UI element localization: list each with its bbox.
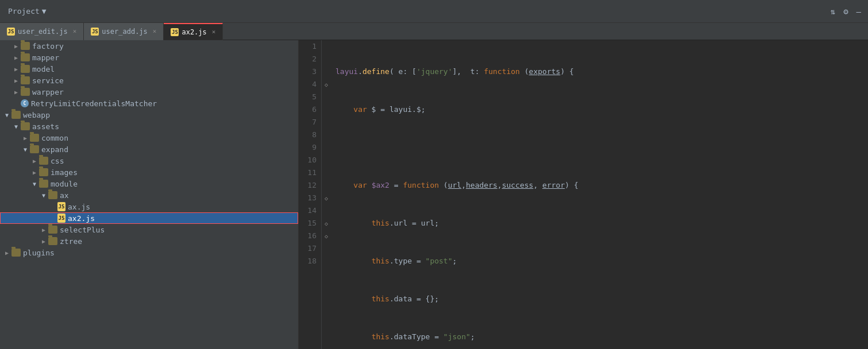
- sidebar-item-expand[interactable]: ▼ expand: [0, 144, 298, 155]
- tab-icon-user-edit: JS: [7, 28, 15, 36]
- gutter-3: [322, 65, 331, 78]
- sidebar-item-module[interactable]: ▼ module: [0, 178, 298, 189]
- tab-user-edit[interactable]: JS user_edit.js ×: [0, 23, 84, 40]
- folder-icon-expand: [30, 145, 39, 153]
- label-mapper: mapper: [32, 53, 59, 62]
- label-images: images: [51, 168, 78, 177]
- sidebar-item-common[interactable]: ▶ common: [0, 132, 298, 144]
- sidebar-item-ax-js[interactable]: JS ax.js: [0, 201, 298, 212]
- code-line-2: var $ = layui.$;: [335, 103, 868, 116]
- label-assets: assets: [32, 122, 59, 131]
- arrow-service: ▶: [11, 76, 21, 85]
- top-bar: Project ▼ ⇅ ⚙ –: [0, 0, 868, 23]
- sidebar-item-service[interactable]: ▶ service: [0, 75, 298, 86]
- sidebar-item-warpper[interactable]: ▶ warpper: [0, 86, 298, 98]
- code-line-7: this.data = {};: [335, 293, 868, 305]
- arrow-ax: ▼: [39, 191, 48, 200]
- code-line-5: this.url = url;: [335, 217, 868, 230]
- label-ax2-js: ax2.js: [68, 214, 95, 223]
- code-lines[interactable]: layui.define( e: ['jquery'], t: function…: [331, 40, 868, 349]
- label-retry: RetryLimitCredentialsMatcher: [31, 99, 157, 108]
- gutter-5: [322, 91, 331, 103]
- sidebar-item-images[interactable]: ▶ images: [0, 166, 298, 178]
- project-label[interactable]: Project ▼: [5, 5, 50, 18]
- arrow-css: ▶: [30, 156, 39, 165]
- sidebar-item-ztree[interactable]: ▶ ztree: [0, 235, 298, 247]
- arrow-ax2-js: [48, 214, 57, 223]
- sidebar-item-model[interactable]: ▶ model: [0, 63, 298, 75]
- equalize-icon[interactable]: ⇅: [828, 6, 838, 17]
- gutter-14: [322, 204, 331, 217]
- label-factory: factory: [32, 42, 64, 51]
- gutter-11: [322, 166, 331, 179]
- gutter-15: ◇: [322, 217, 331, 230]
- label-selectplus: selectPlus: [60, 226, 105, 234]
- code-line-6: this.type = "post";: [335, 255, 868, 267]
- gutter-1: [322, 40, 331, 53]
- gutter-13: ◇: [322, 192, 331, 204]
- gutter-16: ◇: [322, 230, 331, 242]
- label-service: service: [32, 76, 64, 85]
- arrow-common: ▶: [21, 133, 30, 142]
- code-line-8: this.dataType = "json";: [335, 331, 868, 343]
- sidebar-item-factory[interactable]: ▶ factory: [0, 40, 298, 52]
- sidebar-item-mapper[interactable]: ▶ mapper: [0, 52, 298, 63]
- sidebar: ▶ factory ▶ mapper ▶ model ▶ service ▶ w…: [0, 40, 299, 349]
- label-expand: expand: [41, 145, 68, 154]
- tab-close-user-add[interactable]: ×: [153, 28, 157, 35]
- arrow-assets: ▼: [11, 122, 21, 131]
- gear-icon[interactable]: ⚙: [841, 6, 850, 17]
- label-model: model: [32, 65, 55, 73]
- tab-label-user-edit: user_edit.js: [18, 28, 68, 36]
- sidebar-item-webapp[interactable]: ▼ webapp: [0, 109, 298, 121]
- label-warpper: warpper: [32, 88, 64, 96]
- arrow-ax-js: [48, 202, 57, 211]
- sidebar-item-ax2-js[interactable]: JS ax2.js: [0, 212, 298, 224]
- gutter-6: [322, 103, 331, 116]
- line-numbers: 12345 678910 1112131415 161718: [299, 40, 322, 349]
- folder-icon-factory: [21, 42, 30, 50]
- label-plugins: plugins: [23, 249, 55, 257]
- folder-icon-ztree: [48, 237, 57, 245]
- file-icon-retry: C: [21, 99, 29, 107]
- editor[interactable]: 12345 678910 1112131415 161718 ◇ ◇: [299, 40, 868, 349]
- folder-icon-module: [39, 180, 48, 188]
- sidebar-item-assets[interactable]: ▼ assets: [0, 121, 298, 132]
- sidebar-item-plugins[interactable]: ▶ plugins: [0, 247, 298, 258]
- label-css: css: [51, 157, 64, 165]
- label-ax: ax: [60, 191, 69, 200]
- arrow-plugins: ▶: [2, 248, 11, 257]
- sidebar-item-css[interactable]: ▶ css: [0, 155, 298, 166]
- tab-ax2[interactable]: JS ax2.js ×: [164, 23, 223, 40]
- folder-icon-common: [30, 134, 39, 142]
- tab-icon-user-add: JS: [91, 28, 99, 36]
- gutter-18: [322, 255, 331, 267]
- sidebar-item-retry[interactable]: C RetryLimitCredentialsMatcher: [0, 98, 298, 109]
- folder-icon-css: [39, 157, 48, 165]
- gutter-9: [322, 141, 331, 154]
- folder-icon-webapp: [11, 111, 21, 119]
- label-webapp: webapp: [23, 111, 50, 119]
- arrow-selectplus: ▶: [39, 225, 48, 234]
- folder-icon-images: [39, 168, 48, 176]
- folder-icon-assets: [21, 122, 30, 130]
- gutter: ◇ ◇ ◇ ◇: [322, 40, 331, 349]
- sidebar-item-selectplus[interactable]: ▶ selectPlus: [0, 224, 298, 235]
- arrow-module: ▼: [30, 179, 39, 188]
- gutter-4: ◇: [322, 78, 331, 91]
- tab-user-add[interactable]: JS user_add.js ×: [84, 23, 164, 40]
- sidebar-item-ax[interactable]: ▼ ax: [0, 189, 298, 201]
- gutter-12: [322, 179, 331, 192]
- tab-label-user-add: user_add.js: [102, 28, 147, 36]
- tab-close-ax2[interactable]: ×: [212, 28, 216, 36]
- minimize-icon[interactable]: –: [854, 6, 863, 17]
- arrow-images: ▶: [30, 168, 39, 177]
- arrow-webapp: ▼: [2, 110, 11, 119]
- folder-icon-plugins: [11, 249, 21, 257]
- gutter-10: [322, 154, 331, 166]
- main-content: ▶ factory ▶ mapper ▶ model ▶ service ▶ w…: [0, 40, 868, 349]
- folder-icon-service: [21, 76, 30, 84]
- folder-icon-ax: [48, 191, 57, 199]
- tab-close-user-edit[interactable]: ×: [73, 28, 77, 35]
- code-line-1: layui.define( e: ['jquery'], t: function…: [335, 65, 868, 78]
